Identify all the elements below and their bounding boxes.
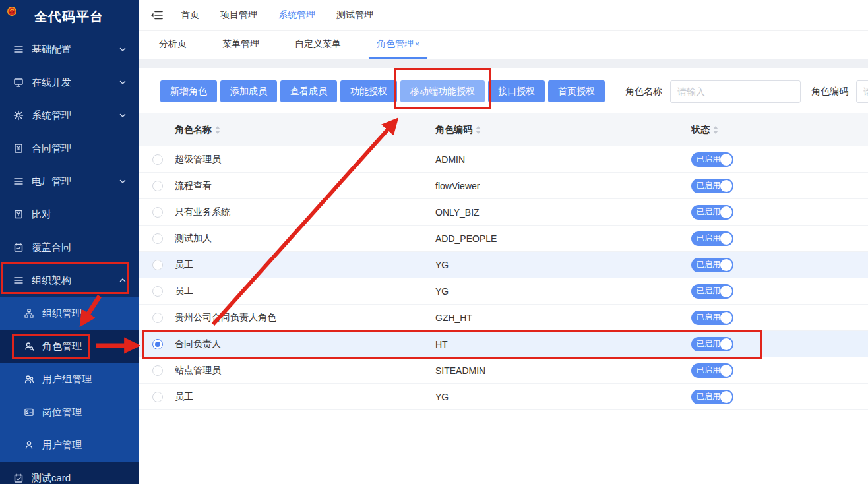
status-toggle[interactable]: 已启用 (691, 390, 733, 404)
sidebar-item-plant-mgmt[interactable]: 电厂管理 (0, 165, 139, 198)
row-radio[interactable] (152, 392, 163, 402)
sort-icon[interactable] (215, 126, 220, 134)
status-toggle[interactable]: 已启用 (691, 284, 733, 299)
toolbar: 新增角色 添加成员 查看成员 功能授权 移动端功能授权 接口授权 首页授权 角色… (139, 68, 868, 113)
tab-bar: 分析页 菜单管理 自定义菜单 角色管理× (139, 31, 868, 59)
logo-row: 全代码平台 (0, 0, 139, 33)
status-toggle[interactable]: 已启用 (691, 205, 733, 220)
chevron-down-icon (117, 44, 128, 55)
table-row[interactable]: 员工 YG 已启用 (139, 252, 868, 278)
role-code-input[interactable] (856, 80, 868, 103)
row-radio[interactable] (152, 365, 163, 376)
gear-icon (13, 110, 24, 121)
view-members-button[interactable]: 查看成员 (280, 80, 337, 102)
table-row[interactable]: 员工 YG 已启用 (139, 278, 868, 305)
contract-icon (13, 143, 24, 154)
sidebar-item-compare[interactable]: 比对 (0, 198, 139, 231)
sidebar-item-online-dev[interactable]: 在线开发 (0, 66, 139, 99)
user-group-icon (24, 374, 34, 384)
sidebar-item-test-card[interactable]: 测试card (0, 462, 139, 484)
chevron-down-icon (117, 77, 128, 88)
tab-analysis[interactable]: 分析页 (156, 38, 189, 59)
filter-group: 角色名称 角色编码 (625, 80, 868, 103)
add-role-button[interactable]: 新增角色 (160, 80, 217, 102)
sidebar-item-usergroup-mgmt[interactable]: 用户组管理 (0, 363, 139, 396)
row-radio-checked[interactable] (152, 339, 163, 349)
table-row[interactable]: 只有业务系统 ONLY_BIZ 已启用 (139, 199, 868, 226)
api-auth-button[interactable]: 接口授权 (488, 80, 545, 102)
row-radio[interactable] (152, 207, 163, 218)
list-icon (13, 275, 24, 286)
tab-role-mgmt[interactable]: 角色管理× (374, 38, 422, 59)
collapse-sidebar-icon[interactable] (150, 9, 164, 21)
role-code-label: 角色编码 (811, 86, 848, 98)
status-toggle[interactable]: 已启用 (691, 363, 733, 378)
sidebar-item-base-config[interactable]: 基础配置 (0, 33, 139, 66)
app-window: 全代码平台 基础配置 在线开发 系统管理 合同管理 电厂管理 比对 (0, 0, 868, 484)
top-navigation: 首页 项目管理 系统管理 测试管理 (181, 9, 373, 21)
row-radio[interactable] (152, 181, 163, 191)
app-title: 全代码平台 (34, 8, 104, 26)
row-radio[interactable] (152, 154, 163, 165)
header-role-code: 角色编码 (435, 124, 472, 136)
nav-item-system-mgmt[interactable]: 系统管理 (278, 9, 315, 21)
status-toggle[interactable]: 已启用 (691, 231, 733, 246)
button-row: 新增角色 添加成员 查看成员 功能授权 移动端功能授权 接口授权 首页授权 (160, 80, 608, 102)
sidebar-item-org-structure[interactable]: 组织架构 (0, 264, 139, 297)
chevron-down-icon (117, 176, 128, 187)
sidebar-item-role-mgmt[interactable]: 角色管理 (0, 330, 139, 363)
table-header: 角色名称 角色编码 状态 (139, 113, 868, 146)
roles-table: 角色名称 角色编码 状态 超级管理员 ADMIN (139, 113, 868, 410)
sidebar-item-contract-mgmt[interactable]: 合同管理 (0, 132, 139, 165)
sidebar-item-system-mgmt[interactable]: 系统管理 (0, 99, 139, 132)
calendar-icon (13, 473, 24, 483)
sort-icon[interactable] (476, 126, 481, 134)
row-radio[interactable] (152, 313, 163, 323)
sidebar-item-org-mgmt[interactable]: 组织管理 (0, 297, 139, 330)
sidebar-item-user-mgmt[interactable]: 用户管理 (0, 429, 139, 462)
function-auth-button[interactable]: 功能授权 (340, 80, 397, 102)
status-toggle[interactable]: 已启用 (691, 179, 733, 193)
row-radio[interactable] (152, 286, 163, 297)
role-name-input[interactable] (670, 80, 801, 103)
status-toggle[interactable]: 已启用 (691, 337, 733, 351)
nav-item-test-mgmt[interactable]: 测试管理 (336, 9, 373, 21)
main-area: 首页 项目管理 系统管理 测试管理 分析页 菜单管理 自定义菜单 角色管理× 新… (139, 0, 868, 484)
nav-item-project-mgmt[interactable]: 项目管理 (220, 9, 257, 21)
badge-icon (13, 209, 24, 220)
sidebar-submenu: 组织管理 角色管理 用户组管理 岗位管理 用户管理 (0, 297, 139, 462)
hamburger-icon (13, 44, 24, 55)
table-row[interactable]: 站点管理员 SITEADMIN 已启用 (139, 357, 868, 384)
sidebar-item-post-mgmt[interactable]: 岗位管理 (0, 396, 139, 429)
user-icon (24, 440, 34, 450)
calendar-icon (13, 242, 24, 253)
table-row[interactable]: 贵州公司合同负责人角色 GZH_HT 已启用 (139, 305, 868, 331)
table-row[interactable]: 流程查看 flowViewer 已启用 (139, 173, 868, 199)
role-mgmt-panel: 新增角色 添加成员 查看成员 功能授权 移动端功能授权 接口授权 首页授权 角色… (139, 68, 868, 484)
tab-menu-mgmt[interactable]: 菜单管理 (220, 38, 262, 59)
sort-icon[interactable] (713, 126, 718, 134)
monitor-icon (13, 77, 24, 88)
sidebar-item-cover-contract[interactable]: 覆盖合同 (0, 231, 139, 264)
header-role-name: 角色名称 (175, 124, 212, 136)
tab-custom-menu[interactable]: 自定义菜单 (292, 38, 344, 59)
status-toggle[interactable]: 已启用 (691, 311, 733, 325)
chevron-up-icon (117, 275, 128, 286)
status-toggle[interactable]: 已启用 (691, 152, 733, 167)
table-row-selected[interactable]: 合同负责人 HT 已启用 (139, 331, 868, 357)
content-gap (139, 59, 868, 68)
mobile-function-auth-button[interactable]: 移动端功能授权 (400, 80, 485, 102)
org-chart-icon (24, 308, 34, 318)
row-radio[interactable] (152, 233, 163, 244)
tab-close-icon[interactable]: × (415, 40, 419, 49)
table-row[interactable]: 员工 YG 已启用 (139, 384, 868, 410)
nav-item-home[interactable]: 首页 (181, 9, 199, 21)
active-tab-underline (369, 57, 427, 59)
row-radio[interactable] (152, 260, 163, 270)
header-status: 状态 (691, 124, 710, 136)
status-toggle[interactable]: 已启用 (691, 258, 733, 272)
table-row[interactable]: 超级管理员 ADMIN 已启用 (139, 146, 868, 173)
table-row[interactable]: 测试加人 ADD_PEOPLE 已启用 (139, 226, 868, 252)
add-member-button[interactable]: 添加成员 (220, 80, 277, 102)
homepage-auth-button[interactable]: 首页授权 (548, 80, 605, 102)
